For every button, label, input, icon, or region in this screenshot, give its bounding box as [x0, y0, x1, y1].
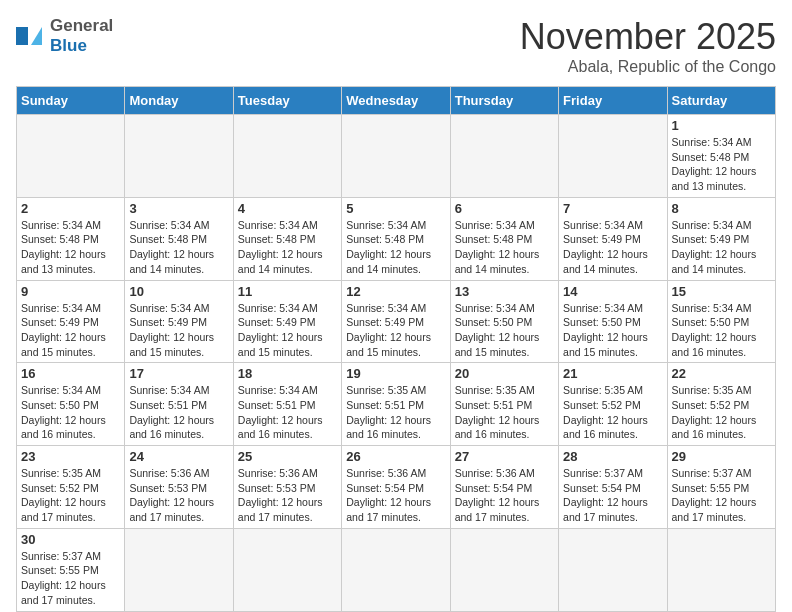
day-number: 19	[346, 366, 445, 381]
day-number: 23	[21, 449, 120, 464]
day-number: 18	[238, 366, 337, 381]
day-info: Sunrise: 5:34 AM Sunset: 5:48 PM Dayligh…	[238, 218, 337, 277]
calendar-cell	[667, 528, 775, 611]
calendar-cell: 21Sunrise: 5:35 AM Sunset: 5:52 PM Dayli…	[559, 363, 667, 446]
day-number: 11	[238, 284, 337, 299]
calendar-cell: 3Sunrise: 5:34 AM Sunset: 5:48 PM Daylig…	[125, 197, 233, 280]
calendar-cell: 23Sunrise: 5:35 AM Sunset: 5:52 PM Dayli…	[17, 446, 125, 529]
weekday-header: Thursday	[450, 87, 558, 115]
day-number: 29	[672, 449, 771, 464]
calendar-week-row: 9Sunrise: 5:34 AM Sunset: 5:49 PM Daylig…	[17, 280, 776, 363]
day-info: Sunrise: 5:35 AM Sunset: 5:51 PM Dayligh…	[455, 383, 554, 442]
calendar-cell: 18Sunrise: 5:34 AM Sunset: 5:51 PM Dayli…	[233, 363, 341, 446]
day-info: Sunrise: 5:34 AM Sunset: 5:50 PM Dayligh…	[672, 301, 771, 360]
calendar-cell	[125, 115, 233, 198]
calendar-cell: 1Sunrise: 5:34 AM Sunset: 5:48 PM Daylig…	[667, 115, 775, 198]
day-number: 12	[346, 284, 445, 299]
day-number: 22	[672, 366, 771, 381]
calendar-cell: 6Sunrise: 5:34 AM Sunset: 5:48 PM Daylig…	[450, 197, 558, 280]
day-number: 28	[563, 449, 662, 464]
calendar-cell: 14Sunrise: 5:34 AM Sunset: 5:50 PM Dayli…	[559, 280, 667, 363]
day-number: 13	[455, 284, 554, 299]
location-title: Abala, Republic of the Congo	[520, 58, 776, 76]
day-number: 21	[563, 366, 662, 381]
weekday-header: Wednesday	[342, 87, 450, 115]
month-title: November 2025	[520, 16, 776, 58]
day-info: Sunrise: 5:34 AM Sunset: 5:49 PM Dayligh…	[129, 301, 228, 360]
day-number: 25	[238, 449, 337, 464]
weekday-header: Tuesday	[233, 87, 341, 115]
calendar-cell: 8Sunrise: 5:34 AM Sunset: 5:49 PM Daylig…	[667, 197, 775, 280]
calendar-cell: 11Sunrise: 5:34 AM Sunset: 5:49 PM Dayli…	[233, 280, 341, 363]
day-number: 8	[672, 201, 771, 216]
day-number: 6	[455, 201, 554, 216]
calendar-header-row: SundayMondayTuesdayWednesdayThursdayFrid…	[17, 87, 776, 115]
calendar-week-row: 16Sunrise: 5:34 AM Sunset: 5:50 PM Dayli…	[17, 363, 776, 446]
day-info: Sunrise: 5:35 AM Sunset: 5:52 PM Dayligh…	[563, 383, 662, 442]
logo-icon	[16, 27, 42, 45]
calendar-cell: 4Sunrise: 5:34 AM Sunset: 5:48 PM Daylig…	[233, 197, 341, 280]
weekday-header: Saturday	[667, 87, 775, 115]
calendar-cell: 12Sunrise: 5:34 AM Sunset: 5:49 PM Dayli…	[342, 280, 450, 363]
calendar-cell	[342, 528, 450, 611]
calendar-cell: 17Sunrise: 5:34 AM Sunset: 5:51 PM Dayli…	[125, 363, 233, 446]
logo: General Blue	[16, 16, 113, 55]
day-info: Sunrise: 5:35 AM Sunset: 5:52 PM Dayligh…	[21, 466, 120, 525]
day-info: Sunrise: 5:34 AM Sunset: 5:48 PM Dayligh…	[21, 218, 120, 277]
calendar-cell	[125, 528, 233, 611]
weekday-header: Sunday	[17, 87, 125, 115]
calendar-cell: 10Sunrise: 5:34 AM Sunset: 5:49 PM Dayli…	[125, 280, 233, 363]
day-info: Sunrise: 5:34 AM Sunset: 5:51 PM Dayligh…	[238, 383, 337, 442]
calendar-week-row: 23Sunrise: 5:35 AM Sunset: 5:52 PM Dayli…	[17, 446, 776, 529]
day-info: Sunrise: 5:34 AM Sunset: 5:49 PM Dayligh…	[346, 301, 445, 360]
day-number: 17	[129, 366, 228, 381]
day-number: 9	[21, 284, 120, 299]
calendar-cell: 24Sunrise: 5:36 AM Sunset: 5:53 PM Dayli…	[125, 446, 233, 529]
day-info: Sunrise: 5:36 AM Sunset: 5:54 PM Dayligh…	[455, 466, 554, 525]
day-info: Sunrise: 5:37 AM Sunset: 5:54 PM Dayligh…	[563, 466, 662, 525]
weekday-header: Friday	[559, 87, 667, 115]
calendar-cell: 26Sunrise: 5:36 AM Sunset: 5:54 PM Dayli…	[342, 446, 450, 529]
calendar: SundayMondayTuesdayWednesdayThursdayFrid…	[16, 86, 776, 612]
calendar-cell	[559, 528, 667, 611]
day-info: Sunrise: 5:36 AM Sunset: 5:54 PM Dayligh…	[346, 466, 445, 525]
day-number: 2	[21, 201, 120, 216]
day-number: 30	[21, 532, 120, 547]
day-info: Sunrise: 5:37 AM Sunset: 5:55 PM Dayligh…	[672, 466, 771, 525]
calendar-cell: 27Sunrise: 5:36 AM Sunset: 5:54 PM Dayli…	[450, 446, 558, 529]
day-number: 27	[455, 449, 554, 464]
calendar-cell: 16Sunrise: 5:34 AM Sunset: 5:50 PM Dayli…	[17, 363, 125, 446]
day-info: Sunrise: 5:34 AM Sunset: 5:49 PM Dayligh…	[21, 301, 120, 360]
calendar-cell: 22Sunrise: 5:35 AM Sunset: 5:52 PM Dayli…	[667, 363, 775, 446]
calendar-week-row: 30Sunrise: 5:37 AM Sunset: 5:55 PM Dayli…	[17, 528, 776, 611]
calendar-cell: 20Sunrise: 5:35 AM Sunset: 5:51 PM Dayli…	[450, 363, 558, 446]
day-info: Sunrise: 5:34 AM Sunset: 5:50 PM Dayligh…	[563, 301, 662, 360]
calendar-cell	[233, 115, 341, 198]
day-number: 7	[563, 201, 662, 216]
calendar-cell: 19Sunrise: 5:35 AM Sunset: 5:51 PM Dayli…	[342, 363, 450, 446]
calendar-cell: 25Sunrise: 5:36 AM Sunset: 5:53 PM Dayli…	[233, 446, 341, 529]
calendar-cell: 29Sunrise: 5:37 AM Sunset: 5:55 PM Dayli…	[667, 446, 775, 529]
day-number: 3	[129, 201, 228, 216]
day-info: Sunrise: 5:35 AM Sunset: 5:51 PM Dayligh…	[346, 383, 445, 442]
day-number: 14	[563, 284, 662, 299]
calendar-cell: 28Sunrise: 5:37 AM Sunset: 5:54 PM Dayli…	[559, 446, 667, 529]
day-number: 16	[21, 366, 120, 381]
day-info: Sunrise: 5:34 AM Sunset: 5:48 PM Dayligh…	[346, 218, 445, 277]
header: General Blue November 2025 Abala, Republ…	[16, 16, 776, 76]
day-info: Sunrise: 5:34 AM Sunset: 5:51 PM Dayligh…	[129, 383, 228, 442]
logo-text: General Blue	[50, 16, 113, 55]
day-info: Sunrise: 5:37 AM Sunset: 5:55 PM Dayligh…	[21, 549, 120, 608]
day-info: Sunrise: 5:34 AM Sunset: 5:49 PM Dayligh…	[563, 218, 662, 277]
day-number: 20	[455, 366, 554, 381]
day-info: Sunrise: 5:34 AM Sunset: 5:48 PM Dayligh…	[672, 135, 771, 194]
calendar-cell: 13Sunrise: 5:34 AM Sunset: 5:50 PM Dayli…	[450, 280, 558, 363]
day-info: Sunrise: 5:34 AM Sunset: 5:50 PM Dayligh…	[21, 383, 120, 442]
day-info: Sunrise: 5:36 AM Sunset: 5:53 PM Dayligh…	[129, 466, 228, 525]
day-number: 15	[672, 284, 771, 299]
calendar-cell: 15Sunrise: 5:34 AM Sunset: 5:50 PM Dayli…	[667, 280, 775, 363]
calendar-cell: 9Sunrise: 5:34 AM Sunset: 5:49 PM Daylig…	[17, 280, 125, 363]
calendar-cell: 7Sunrise: 5:34 AM Sunset: 5:49 PM Daylig…	[559, 197, 667, 280]
day-info: Sunrise: 5:34 AM Sunset: 5:49 PM Dayligh…	[672, 218, 771, 277]
calendar-cell	[450, 115, 558, 198]
